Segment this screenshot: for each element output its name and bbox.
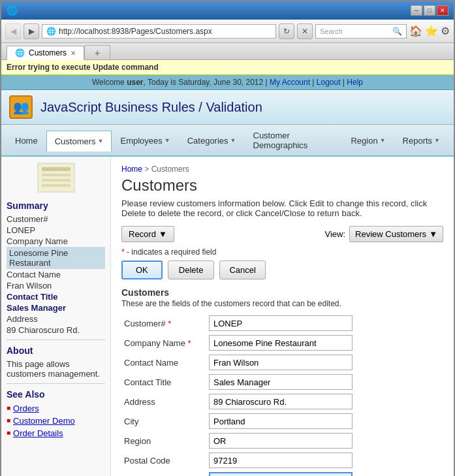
- order-details-link[interactable]: Order Details: [13, 428, 63, 439]
- form-section-desc: These are the fields of the customers re…: [121, 299, 443, 308]
- field-label-company: Company Name *: [121, 333, 206, 353]
- app-header: 👥 JavaScript Business Rules / Validation: [1, 90, 454, 125]
- view-arrow-icon: ▼: [429, 229, 437, 239]
- table-row: Contact Title: [121, 372, 443, 392]
- sidebar-see-also-title: See Also: [7, 389, 105, 400]
- ie-url-icon: 🌐: [46, 27, 56, 36]
- nav-customer-demographics-label: Customer Demographics: [253, 131, 334, 150]
- company-name-input[interactable]: [209, 335, 353, 351]
- sidebar-contact-value: Fran Wilson: [7, 280, 105, 291]
- nav-categories-label: Categories: [187, 136, 228, 146]
- record-button[interactable]: Record ▼: [121, 226, 174, 242]
- sidebar-link-customer-demo[interactable]: ■ Customer Demo: [7, 415, 105, 427]
- nav-employees-label: Employees: [120, 136, 162, 146]
- table-row: City: [121, 411, 443, 431]
- welcome-text: Welcome: [92, 78, 127, 87]
- required-text-top: - indicates a required field: [127, 247, 216, 257]
- forward-button[interactable]: ▶: [24, 24, 39, 39]
- contact-title-input[interactable]: [209, 374, 353, 390]
- home-nav-icon[interactable]: 🏠: [409, 25, 422, 37]
- contact-name-input[interactable]: [209, 355, 353, 370]
- nav-region-arrow: ▼: [380, 137, 386, 144]
- customer-demo-link[interactable]: Customer Demo: [13, 415, 75, 426]
- required-star: *: [168, 319, 171, 328]
- cancel-button-top[interactable]: Cancel: [219, 261, 265, 279]
- field-cell-country: [206, 470, 443, 476]
- nav-customers-label: Customers: [55, 136, 96, 146]
- svg-rect-2: [42, 174, 71, 176]
- app-logo: 👥: [9, 95, 33, 119]
- nav-categories[interactable]: Categories ▼: [179, 130, 245, 151]
- sidebar-about-text: This page allows customers management.: [7, 358, 105, 379]
- view-select[interactable]: Review Customers ▼: [349, 226, 443, 242]
- customer-input[interactable]: [209, 315, 353, 331]
- stop-button[interactable]: ✕: [297, 24, 313, 39]
- svg-rect-4: [42, 184, 71, 187]
- orders-link[interactable]: Orders: [13, 403, 39, 414]
- action-buttons-top: OK Delete Cancel: [121, 261, 443, 279]
- nav-home[interactable]: Home: [7, 130, 46, 151]
- sidebar-customer-value: LONEP: [7, 225, 105, 236]
- new-tab-button[interactable]: +: [84, 45, 110, 59]
- sidebar-link-order-details[interactable]: ■ Order Details: [7, 427, 105, 439]
- tab-customers[interactable]: 🌐 Customers ✕: [7, 46, 84, 60]
- nav-region[interactable]: Region ▼: [342, 130, 394, 151]
- sidebar-title-label: Contact Title: [7, 291, 105, 302]
- tab-label: Customers: [29, 48, 67, 57]
- refresh-button[interactable]: ↻: [279, 24, 294, 39]
- sidebar-link-orders[interactable]: ■ Orders: [7, 402, 105, 415]
- postal-code-input[interactable]: [209, 452, 353, 468]
- city-input[interactable]: [209, 413, 353, 429]
- sidebar-summary-title: Summary: [7, 200, 105, 211]
- sidebar-image: [7, 162, 105, 195]
- sidebar-divider-2: [7, 383, 105, 384]
- favorites-icon[interactable]: ⭐: [425, 25, 438, 37]
- search-icon: 🔍: [392, 27, 402, 36]
- minimize-button[interactable]: ─: [411, 5, 422, 16]
- field-label-customer: Customer# *: [121, 313, 206, 333]
- record-arrow-icon: ▼: [159, 229, 167, 239]
- form-section-title: Customers: [121, 287, 443, 298]
- breadcrumb-home[interactable]: Home: [121, 165, 142, 174]
- address-bar[interactable]: 🌐 http://localhost:8938/Pages/Customers.…: [42, 24, 276, 39]
- field-cell-address: [206, 392, 443, 411]
- header-bar: Welcome user, Today is Saturday, June 30…: [1, 75, 454, 90]
- tab-close-icon[interactable]: ✕: [71, 50, 76, 57]
- help-link[interactable]: Help: [347, 78, 363, 87]
- table-row: Address: [121, 392, 443, 411]
- sidebar-about-title: About: [7, 345, 105, 356]
- nav-customer-demographics[interactable]: Customer Demographics: [245, 125, 343, 155]
- search-bar[interactable]: Search 🔍: [315, 24, 407, 39]
- sidebar-customer-label: Customer#: [7, 214, 105, 225]
- content-wrapper: Summary Customer# LONEP Company Name Lon…: [1, 157, 454, 476]
- page-description: Please review customers information belo…: [121, 198, 443, 218]
- field-label-country: Country: [121, 470, 206, 476]
- address-input[interactable]: [209, 394, 353, 409]
- error-bar: Error trying to execute Update command: [1, 60, 454, 75]
- logout-link[interactable]: Logout: [317, 78, 341, 87]
- field-cell-city: [206, 411, 443, 431]
- customers-icon: [37, 162, 76, 193]
- sidebar-address-label: Address: [7, 313, 105, 325]
- back-button[interactable]: ◀: [5, 24, 21, 39]
- delete-button-top[interactable]: Delete: [168, 261, 215, 279]
- table-row: Customer# *: [121, 313, 443, 333]
- nav-customers[interactable]: Customers ▼: [46, 131, 112, 151]
- ok-button-top[interactable]: OK: [121, 261, 163, 279]
- nav-employees[interactable]: Employees ▼: [112, 130, 178, 151]
- tools-icon[interactable]: ⚙: [441, 25, 450, 37]
- region-input[interactable]: [209, 433, 353, 449]
- field-label-postal: Postal Code: [121, 451, 206, 470]
- field-label-contact-name: Contact Name: [121, 353, 206, 372]
- my-account-link[interactable]: My Account: [270, 78, 310, 87]
- country-input[interactable]: [209, 472, 353, 476]
- nav-reports[interactable]: Reports ▼: [394, 130, 448, 151]
- breadcrumb-sep: >: [144, 165, 151, 174]
- table-row: Country: [121, 470, 443, 476]
- close-button[interactable]: ✕: [437, 5, 448, 16]
- nav-customers-arrow: ▼: [98, 138, 104, 144]
- table-row: Company Name *: [121, 333, 443, 353]
- browser-nav-bar: ◀ ▶ 🌐 http://localhost:8938/Pages/Custom…: [1, 20, 454, 43]
- view-label: View:: [324, 229, 345, 239]
- maximize-button[interactable]: □: [424, 5, 435, 16]
